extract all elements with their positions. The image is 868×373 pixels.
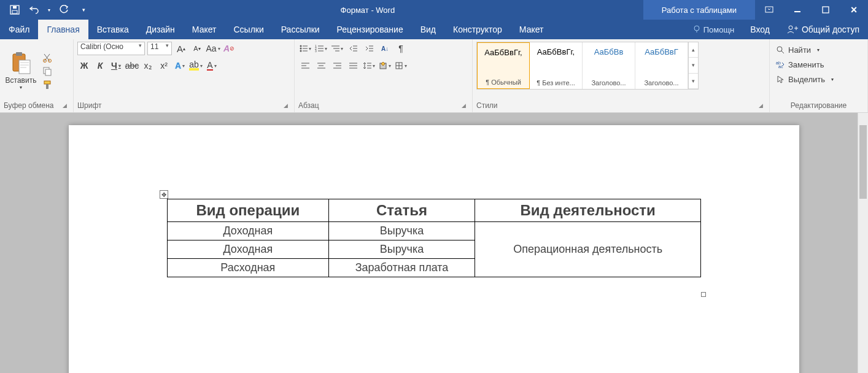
save-icon[interactable]: [6, 1, 23, 18]
style-item[interactable]: АаБбВвГг,¶ Обычный: [477, 42, 530, 89]
svg-rect-1: [12, 10, 17, 13]
multilevel-list-button[interactable]: [330, 42, 344, 55]
table-header-cell[interactable]: Статья: [328, 199, 475, 222]
find-button[interactable]: Найти ▾: [776, 43, 834, 56]
ribbon-options-icon[interactable]: [755, 0, 783, 20]
document-area[interactable]: ✥ Вид операцииСтатьяВид деятельности Дох…: [0, 113, 868, 373]
tab-table-design[interactable]: Конструктор: [444, 20, 511, 39]
show-pilcrow-button[interactable]: ¶: [394, 42, 408, 55]
style-item[interactable]: АаБбВвГЗаголово...: [635, 42, 688, 89]
tab-review[interactable]: Рецензирование: [328, 20, 412, 39]
ribbon: Вставить ▾ Буфер обмена◢ Calibri (Осно: [0, 39, 868, 113]
increase-indent-button[interactable]: [362, 42, 376, 55]
font-size-select[interactable]: 11: [147, 42, 172, 55]
minimize-icon[interactable]: [783, 0, 812, 20]
window-title: Формат - Word: [92, 6, 643, 15]
bullets-button[interactable]: [298, 42, 312, 55]
svg-text:ac: ac: [778, 64, 783, 69]
group-clipboard: Вставить ▾ Буфер обмена◢: [0, 39, 74, 112]
tab-references[interactable]: Ссылки: [225, 20, 272, 39]
replace-button[interactable]: abac Заменить: [776, 58, 834, 71]
svg-rect-12: [16, 52, 22, 56]
tell-me-help[interactable]: Помощн: [685, 25, 742, 34]
tab-table-layout[interactable]: Макет: [511, 20, 552, 39]
numbering-button[interactable]: 123: [314, 42, 328, 55]
grow-font-button[interactable]: A▴: [174, 42, 188, 55]
table-cell[interactable]: Заработная плата: [328, 259, 475, 277]
table-cell[interactable]: Выручка: [328, 222, 475, 240]
clear-formatting-button[interactable]: A⊘: [222, 42, 236, 55]
table-move-handle-icon[interactable]: ✥: [160, 190, 168, 199]
document-page[interactable]: ✥ Вид операцииСтатьяВид деятельности Дох…: [69, 125, 799, 373]
tab-layout[interactable]: Макет: [184, 20, 225, 39]
table-cell[interactable]: Расходная: [168, 259, 329, 277]
redo-icon[interactable]: [55, 1, 72, 18]
maximize-icon[interactable]: [812, 0, 840, 20]
shading-button[interactable]: [378, 59, 392, 72]
table-cell[interactable]: Доходная: [168, 222, 329, 240]
tab-file[interactable]: Файл: [0, 20, 38, 39]
table-cell[interactable]: Выручка: [328, 240, 475, 259]
paste-button[interactable]: Вставить ▾: [4, 42, 38, 100]
table-row[interactable]: ДоходнаяВыручкаОперационная деятельность: [168, 222, 701, 240]
vertical-scrollbar[interactable]: [858, 113, 868, 373]
tab-view[interactable]: Вид: [412, 20, 444, 39]
tab-design[interactable]: Дизайн: [138, 20, 184, 39]
styles-launcher-icon[interactable]: ◢: [759, 102, 765, 109]
cut-icon[interactable]: [42, 52, 53, 63]
select-label: Выделить: [788, 75, 825, 84]
close-icon[interactable]: ×: [840, 0, 868, 20]
tab-mailings[interactable]: Рассылки: [273, 20, 328, 39]
table-cell[interactable]: Операционная деятельность: [475, 222, 701, 277]
shrink-font-button[interactable]: A▾: [190, 42, 204, 55]
strikethrough-button[interactable]: abc: [125, 59, 139, 72]
scrollbar-thumb[interactable]: [859, 125, 867, 199]
window-controls: ×: [755, 0, 868, 20]
table-header-cell[interactable]: Вид операции: [168, 199, 329, 222]
undo-dropdown-icon[interactable]: ▾: [45, 1, 53, 18]
table-resize-handle-icon[interactable]: [701, 292, 706, 297]
svg-line-61: [781, 51, 784, 53]
sort-button[interactable]: А↓: [378, 42, 392, 55]
tab-home[interactable]: Главная: [38, 20, 88, 39]
ribbon-tabs: Файл Главная Вставка Дизайн Макет Ссылки…: [0, 20, 868, 39]
text-effects-button[interactable]: A: [173, 59, 187, 72]
align-right-button[interactable]: [330, 59, 344, 72]
table-cell[interactable]: Доходная: [168, 240, 329, 259]
underline-button[interactable]: Ч: [109, 59, 123, 72]
select-button[interactable]: Выделить ▾: [776, 72, 834, 86]
italic-button[interactable]: К: [93, 59, 107, 72]
replace-icon: abac: [776, 60, 785, 69]
font-name-select[interactable]: Calibri (Осно: [77, 42, 145, 55]
style-item[interactable]: АаБбВвГг,¶ Без инте...: [530, 42, 583, 89]
share-button[interactable]: Общий доступ: [778, 20, 868, 39]
group-font-label: Шрифт: [77, 101, 101, 110]
style-item[interactable]: АаБбВвЗаголово...: [583, 42, 635, 89]
align-center-button[interactable]: [314, 59, 328, 72]
superscript-button[interactable]: x²: [157, 59, 171, 72]
format-painter-icon[interactable]: [42, 79, 53, 90]
justify-button[interactable]: [346, 59, 360, 72]
find-label: Найти: [788, 45, 811, 55]
sign-in-button[interactable]: Вход: [742, 20, 778, 39]
font-launcher-icon[interactable]: ◢: [284, 102, 290, 109]
bold-button[interactable]: Ж: [77, 59, 91, 72]
borders-button[interactable]: [394, 59, 408, 72]
paragraph-launcher-icon[interactable]: ◢: [462, 102, 468, 109]
undo-icon[interactable]: [26, 1, 43, 18]
qat-customize-icon[interactable]: ▾: [75, 1, 92, 18]
copy-icon[interactable]: [42, 66, 53, 77]
highlight-button[interactable]: ab: [189, 59, 203, 72]
clipboard-launcher-icon[interactable]: ◢: [63, 102, 69, 109]
tab-insert[interactable]: Вставка: [88, 20, 138, 39]
font-color-button[interactable]: A: [205, 59, 219, 72]
change-case-button[interactable]: Aa: [206, 42, 220, 55]
document-table[interactable]: Вид операцииСтатьяВид деятельности Доход…: [167, 199, 701, 277]
align-left-button[interactable]: [298, 59, 312, 72]
line-spacing-button[interactable]: [362, 59, 376, 72]
styles-scroll[interactable]: ▴▾▾: [688, 42, 698, 89]
search-icon: [776, 45, 785, 54]
decrease-indent-button[interactable]: [346, 42, 360, 55]
subscript-button[interactable]: x₂: [141, 59, 155, 72]
table-header-cell[interactable]: Вид деятельности: [475, 199, 701, 222]
